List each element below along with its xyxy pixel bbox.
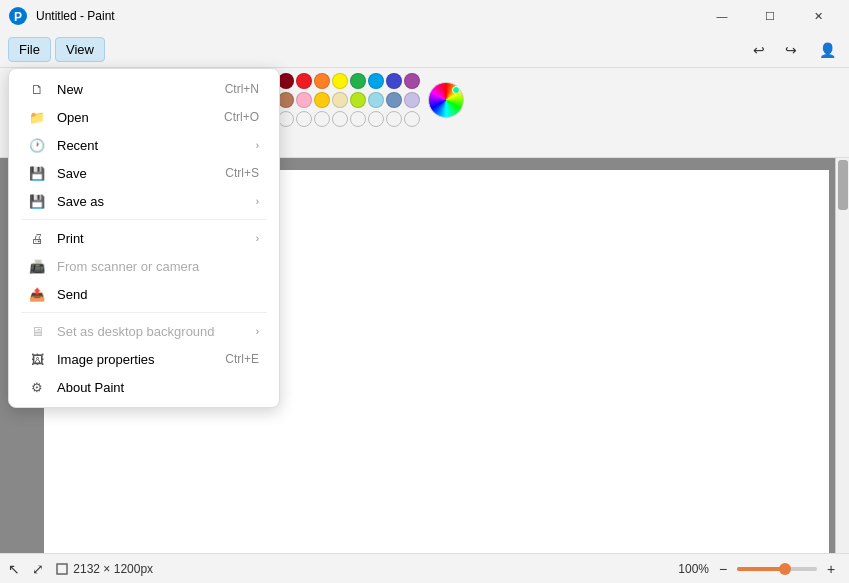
maximize-button[interactable]: ☐ (747, 0, 793, 32)
window-title: Untitled - Paint (36, 9, 115, 23)
palette-color-row1-4[interactable] (314, 73, 330, 89)
redo-button[interactable]: ↪ (777, 36, 805, 64)
cursor-icon: ↖ (8, 561, 20, 577)
menu-icon-new: 🗋 (29, 81, 45, 97)
menu-bar: File View ↩ ↪ 👤 (0, 32, 849, 68)
menu-icon-saveas: 💾 (29, 193, 45, 209)
undo-button[interactable]: ↩ (745, 36, 773, 64)
menu-label-imgprops: Image properties (57, 352, 213, 367)
close-button[interactable]: ✕ (795, 0, 841, 32)
palette-color-row2-7[interactable] (368, 92, 384, 108)
palette-empty-6[interactable] (332, 111, 348, 127)
profile-button[interactable]: 👤 (813, 36, 841, 64)
palette-color-row2-4[interactable] (314, 92, 330, 108)
palette-color-row2-6[interactable] (350, 92, 366, 108)
status-bar: ↖ ⤢ 2132 × 1200px 100% − + (0, 553, 849, 583)
menu-item-imgprops[interactable]: 🖼Image propertiesCtrl+E (13, 345, 275, 373)
scrollbar-thumb[interactable] (838, 160, 848, 210)
menu-icon-send: 📤 (29, 286, 45, 302)
zoom-controls: 100% − + (678, 559, 841, 579)
palette-color-row1-6[interactable] (350, 73, 366, 89)
palette-color-row2-5[interactable] (332, 92, 348, 108)
menu-chevron-print: › (256, 233, 259, 244)
menu-icon-desktop: 🖥 (29, 323, 45, 339)
svg-rect-10 (57, 564, 67, 574)
menu-item-scanner: 📠From scanner or camera (13, 252, 275, 280)
palette-empty-3[interactable] (278, 111, 294, 127)
menu-item-new[interactable]: 🗋NewCtrl+N (13, 75, 275, 103)
menu-label-about: About Paint (57, 380, 259, 395)
palette-empty-9[interactable] (386, 111, 402, 127)
zoom-minus-button[interactable]: − (713, 559, 733, 579)
menu-item-save[interactable]: 💾SaveCtrl+S (13, 159, 275, 187)
menu-divider (21, 312, 267, 313)
menu-icon-scanner: 📠 (29, 258, 45, 274)
palette-color-row2-8[interactable] (386, 92, 402, 108)
menu-icon-recent: 🕐 (29, 137, 45, 153)
file-menu[interactable]: File (8, 37, 51, 62)
title-bar: P Untitled - Paint — ☐ ✕ (0, 0, 849, 32)
palette-color-row2-3[interactable] (296, 92, 312, 108)
palette-color-row1-5[interactable] (332, 73, 348, 89)
svg-text:P: P (14, 10, 22, 24)
zoom-percent: 100% (678, 562, 709, 576)
palette-empty-10[interactable] (404, 111, 420, 127)
resize-icon: ⤢ (32, 561, 44, 577)
menu-icon-open: 📁 (29, 109, 45, 125)
app-icon: P (8, 6, 28, 26)
palette-empty-5[interactable] (314, 111, 330, 127)
menu-item-print[interactable]: 🖨Print› (13, 224, 275, 252)
menu-icon-imgprops: 🖼 (29, 351, 45, 367)
palette-color-row1-3[interactable] (296, 73, 312, 89)
menu-item-about[interactable]: ⚙About Paint (13, 373, 275, 401)
zoom-thumb[interactable] (779, 563, 791, 575)
palette-empty-4[interactable] (296, 111, 312, 127)
menu-label-save: Save (57, 166, 213, 181)
palette-empty-8[interactable] (368, 111, 384, 127)
palette-color-row2-2[interactable] (278, 92, 294, 108)
menu-chevron-saveas: › (256, 196, 259, 207)
menu-label-saveas: Save as (57, 194, 244, 209)
undo-redo-group: ↩ ↪ (745, 36, 805, 64)
zoom-track-fill (737, 567, 785, 571)
image-dimensions: 2132 × 1200px (56, 562, 153, 576)
menu-item-send[interactable]: 📤Send (13, 280, 275, 308)
scrollbar-vertical[interactable] (835, 158, 849, 553)
menu-chevron-recent: › (256, 140, 259, 151)
palette-color-row1-9[interactable] (404, 73, 420, 89)
menu-label-recent: Recent (57, 138, 244, 153)
palette-color-row1-8[interactable] (386, 73, 402, 89)
zoom-plus-button[interactable]: + (821, 559, 841, 579)
minimize-button[interactable]: — (699, 0, 745, 32)
menu-label-desktop: Set as desktop background (57, 324, 244, 339)
title-bar-controls: — ☐ ✕ (699, 0, 841, 32)
menu-label-send: Send (57, 287, 259, 302)
menu-item-saveas[interactable]: 💾Save as› (13, 187, 275, 215)
title-bar-left: P Untitled - Paint (8, 6, 115, 26)
rainbow-picker[interactable] (428, 82, 464, 118)
view-menu[interactable]: View (55, 37, 105, 62)
menu-icon-save: 💾 (29, 165, 45, 181)
menu-item-recent[interactable]: 🕐Recent› (13, 131, 275, 159)
menu-item-desktop: 🖥Set as desktop background› (13, 317, 275, 345)
menu-shortcut-save: Ctrl+S (225, 166, 259, 180)
menu-shortcut-imgprops: Ctrl+E (225, 352, 259, 366)
palette-color-row1-7[interactable] (368, 73, 384, 89)
menu-shortcut-open: Ctrl+O (224, 110, 259, 124)
menu-icon-print: 🖨 (29, 230, 45, 246)
palette-color-row2-9[interactable] (404, 92, 420, 108)
menu-label-print: Print (57, 231, 244, 246)
zoom-slider[interactable] (737, 567, 817, 571)
palette-empty-7[interactable] (350, 111, 366, 127)
menu-label-scanner: From scanner or camera (57, 259, 259, 274)
menu-shortcut-new: Ctrl+N (225, 82, 259, 96)
file-dropdown-menu: 🗋NewCtrl+N📁OpenCtrl+O🕐Recent›💾SaveCtrl+S… (8, 68, 280, 408)
menu-icon-about: ⚙ (29, 379, 45, 395)
menu-label-new: New (57, 82, 213, 97)
menu-label-open: Open (57, 110, 212, 125)
menu-chevron-desktop: › (256, 326, 259, 337)
menu-item-open[interactable]: 📁OpenCtrl+O (13, 103, 275, 131)
palette-color-row1-2[interactable] (278, 73, 294, 89)
menu-divider (21, 219, 267, 220)
